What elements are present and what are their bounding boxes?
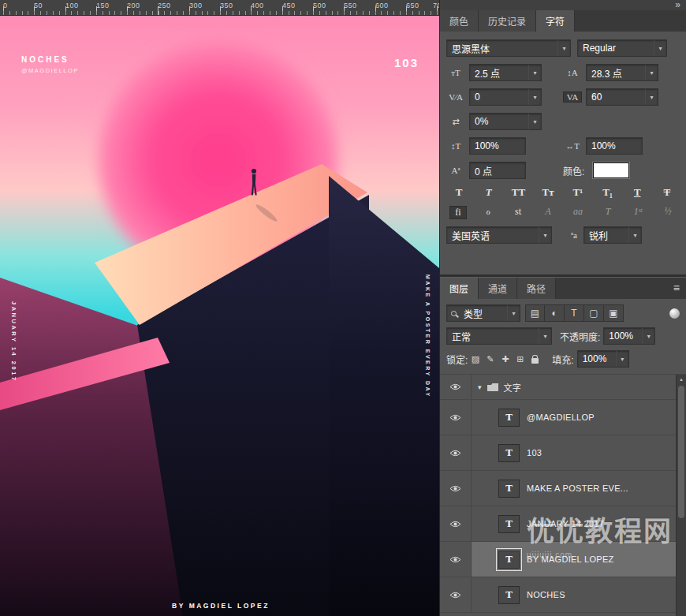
eye-icon[interactable]	[449, 414, 461, 421]
lock-transparency-icon[interactable]: ▨	[468, 354, 483, 364]
proportional-spacing-select[interactable]: 0% ▾	[469, 113, 542, 130]
disc-ligatures-button[interactable]: st	[509, 206, 527, 219]
eye-icon[interactable]	[449, 450, 461, 457]
chevron-down-icon[interactable]: ▾	[645, 65, 658, 80]
visibility-cell[interactable]	[440, 400, 472, 435]
filter-smart-objects-icon[interactable]: ▣	[604, 304, 624, 322]
tab-color[interactable]: 颜色	[440, 10, 479, 32]
layer-row[interactable]: T JANUARY 14 2017	[440, 506, 676, 542]
lock-position-icon[interactable]: ✚	[498, 354, 513, 364]
visibility-cell[interactable]	[440, 506, 472, 541]
visibility-cell[interactable]	[440, 471, 472, 506]
type-layer-thumbnail[interactable]: T	[498, 586, 520, 604]
kerning-select[interactable]: 0 ▾	[469, 88, 542, 106]
vertical-scale-value: 100%	[470, 140, 525, 151]
tab-paths[interactable]: 路径	[517, 278, 556, 299]
chevron-down-icon[interactable]: ▾	[645, 89, 658, 105]
fractions-button[interactable]: ½	[659, 206, 677, 219]
type-layer-thumbnail[interactable]: T	[498, 515, 520, 533]
chevron-down-icon[interactable]: ▾	[539, 328, 551, 344]
layers-scrollbar[interactable]: ▲	[676, 375, 686, 616]
chevron-down-icon[interactable]: ▾	[628, 227, 641, 243]
superscript-button[interactable]: T¹	[569, 186, 587, 199]
filter-kind-select[interactable]: 类型 ▾	[446, 304, 520, 322]
chevron-down-icon[interactable]: ▾	[528, 65, 541, 80]
lock-all-icon[interactable]	[531, 358, 539, 364]
horizontal-scale-input[interactable]: 100%	[586, 137, 643, 155]
baseline-shift-input[interactable]: 0 点	[469, 162, 526, 179]
layer-group-row[interactable]: ▾ 文字	[440, 375, 676, 400]
chevron-down-icon[interactable]: ▾	[642, 328, 654, 344]
scrollbar-thumb[interactable]	[678, 386, 684, 518]
lock-pixels-icon[interactable]: ✎	[483, 354, 498, 364]
contextual-alt-button[interactable]: ℴ	[479, 206, 497, 219]
tab-channels[interactable]: 通道	[479, 278, 517, 299]
filter-pixel-layers-icon[interactable]: ▤	[525, 304, 545, 322]
type-layer-thumbnail[interactable]: T	[498, 444, 520, 462]
eye-icon[interactable]	[449, 383, 461, 390]
type-layer-thumbnail[interactable]: T	[498, 551, 520, 569]
underline-button[interactable]: T	[628, 186, 647, 199]
visibility-cell[interactable]	[440, 542, 472, 577]
font-size-select[interactable]: 2.5 点 ▾	[469, 64, 542, 81]
font-family-select[interactable]: 思源黑体 ▾	[446, 39, 571, 57]
type-layer-thumbnail[interactable]: T	[498, 409, 520, 427]
tab-character[interactable]: 字符	[536, 10, 575, 32]
blend-mode-select[interactable]: 正常 ▾	[446, 327, 552, 345]
tab-history[interactable]: 历史记录	[479, 10, 536, 32]
scroll-up-icon[interactable]: ▲	[677, 375, 686, 384]
swash-button[interactable]: A	[539, 206, 557, 219]
layer-row[interactable]: T MAKE A POSTER EVE...	[440, 471, 676, 506]
font-style-select[interactable]: Regular ▾	[577, 39, 667, 57]
faux-italic-button[interactable]: T	[479, 186, 498, 199]
layer-row-selected[interactable]: T BY MAGDIEL LOPEZ	[440, 542, 676, 577]
eye-icon[interactable]	[449, 556, 461, 563]
opacity-select[interactable]: 100% ▾	[603, 327, 655, 345]
visibility-cell[interactable]	[440, 435, 472, 470]
eye-icon[interactable]	[449, 485, 461, 492]
tracking-select[interactable]: 60 ▾	[586, 88, 658, 106]
visibility-cell[interactable]	[440, 577, 472, 612]
lock-artboard-icon[interactable]: ⊞	[513, 354, 528, 364]
group-expand-icon[interactable]: ▾	[478, 383, 482, 391]
subscript-button[interactable]: T₁	[598, 186, 617, 199]
layer-name: BY MAGDIEL LOPEZ	[527, 554, 614, 564]
anti-alias-select[interactable]: 锐利 ▾	[583, 226, 642, 244]
stylistic-alt-button[interactable]: aa	[569, 206, 587, 219]
fill-select[interactable]: 100% ▾	[577, 350, 629, 368]
filter-toggle-icon[interactable]	[669, 308, 680, 319]
titling-alt-button[interactable]: T	[599, 206, 617, 219]
horizontal-ruler[interactable]: 0 50 100 150 200 250 300 350 400 450 500…	[0, 0, 439, 16]
layer-row[interactable]: T @MAGDIELLOP	[440, 400, 676, 435]
tab-layers[interactable]: 图层	[440, 278, 479, 299]
panel-menu-icon[interactable]: ≡	[673, 282, 680, 294]
ligatures-button[interactable]: fi	[449, 206, 467, 219]
small-caps-button[interactable]: Tᴛ	[539, 186, 557, 199]
chevron-down-icon[interactable]: ▾	[507, 305, 520, 321]
chevron-down-icon[interactable]: ▾	[528, 114, 541, 129]
collapse-panels-icon[interactable]: »	[675, 0, 680, 10]
filter-shape-layers-icon[interactable]: ▢	[584, 304, 604, 322]
text-color-swatch[interactable]	[593, 162, 629, 178]
layer-row[interactable]: T 103	[440, 435, 676, 471]
chevron-down-icon[interactable]: ▾	[557, 40, 570, 56]
chevron-down-icon[interactable]: ▾	[616, 351, 628, 367]
all-caps-button[interactable]: TT	[509, 186, 528, 199]
poster-canvas[interactable]: NOCHES @MAGDIELLOP 103 JANUARY 14 2017 M…	[0, 16, 439, 616]
eye-icon[interactable]	[449, 521, 461, 528]
vertical-scale-input[interactable]: 100%	[469, 137, 526, 155]
filter-type-layers-icon[interactable]: T	[565, 304, 584, 322]
type-layer-thumbnail[interactable]: T	[498, 480, 520, 498]
language-select[interactable]: 美国英语 ▾	[446, 226, 552, 244]
layer-row[interactable]: T NOCHES	[440, 577, 676, 613]
chevron-down-icon[interactable]: ▾	[528, 89, 541, 105]
leading-select[interactable]: 28.3 点 ▾	[586, 64, 658, 81]
faux-bold-button[interactable]: T	[449, 186, 468, 199]
ordinals-button[interactable]: 1ˢᵗ	[629, 206, 647, 219]
chevron-down-icon[interactable]: ▾	[654, 40, 666, 56]
eye-icon[interactable]	[449, 592, 461, 599]
visibility-cell[interactable]	[440, 375, 472, 399]
strikethrough-button[interactable]: T	[658, 186, 677, 199]
filter-adjustment-layers-icon[interactable]: ◐	[545, 304, 565, 322]
chevron-down-icon[interactable]: ▾	[539, 227, 551, 243]
